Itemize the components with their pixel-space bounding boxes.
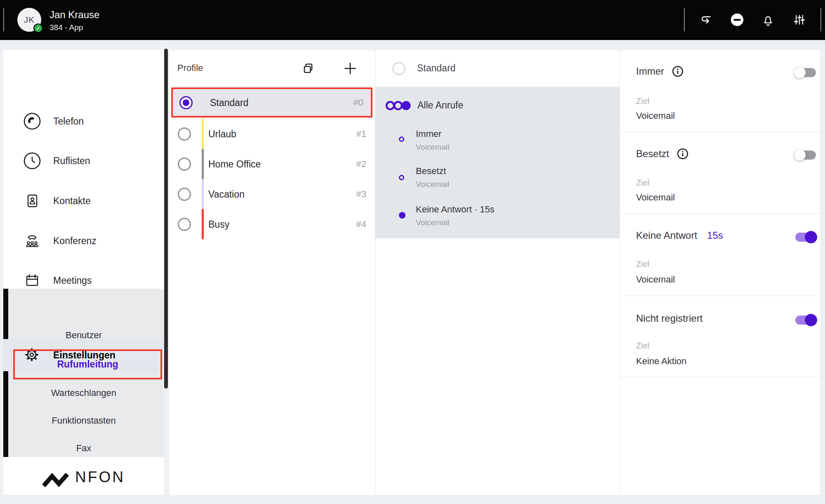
profile-detail-panel: Standard Alle Anrufe Immer Voicemail Bes…	[375, 50, 620, 495]
rule-section-immer: Immer Ziel Voicemail	[620, 50, 820, 132]
user-extension: 384 - App	[50, 23, 83, 32]
sidebar-item-label: Telefon	[53, 116, 84, 127]
profile-radio[interactable]	[178, 158, 191, 171]
toggle-thumb	[805, 231, 817, 243]
profile-number: #4	[356, 219, 366, 230]
rule-bullet	[399, 175, 404, 180]
sidebar-subitem-label: Rufumleitung	[57, 359, 118, 370]
notifications-bell-icon[interactable]	[759, 11, 777, 29]
timeout-link[interactable]: 15s	[707, 230, 723, 241]
rule-section-nicht-registriert: Nicht registriert Ziel Keine Aktion	[620, 296, 820, 377]
rule-section-title: Keine Antwort	[636, 230, 697, 241]
rule-section-header: Keine Antwort 15s	[636, 230, 723, 241]
add-profile-button[interactable]	[342, 61, 358, 76]
sidebar-item-label: Konferenz	[53, 236, 97, 247]
info-icon[interactable]	[676, 148, 689, 160]
rule-toggle[interactable]	[794, 231, 817, 243]
rule-toggle[interactable]	[794, 66, 817, 79]
nfon-logo-text: NFON	[75, 469, 125, 486]
sidebar: Telefon Ruflisten Kontakte	[3, 50, 164, 495]
rule-toggle[interactable]	[794, 149, 817, 161]
target-value: Voicemail	[636, 111, 675, 121]
detail-profile-radio[interactable]	[392, 62, 405, 75]
nfon-logo-mark	[42, 468, 69, 487]
rule-target: Voicemail	[416, 143, 449, 152]
rule-section-besetzt: Besetzt Ziel Voicemail	[620, 132, 820, 214]
toggle-thumb	[805, 314, 817, 326]
profile-radio[interactable]	[179, 96, 193, 109]
profile-radio[interactable]	[178, 127, 191, 141]
profile-row-urlaub[interactable]: Urlaub #1	[171, 119, 374, 149]
profile-name: Home Office	[208, 158, 261, 170]
profile-row-vacation[interactable]: Vacation #3	[171, 179, 374, 209]
target-label: Ziel	[636, 259, 649, 269]
user-name: Jan Krause	[50, 9, 99, 21]
sidebar-scrollbar[interactable]	[164, 49, 168, 389]
all-calls-icon	[385, 100, 414, 111]
target-label: Ziel	[636, 178, 649, 188]
rule-section-title: Nicht registriert	[636, 313, 702, 324]
sidebar-item-ruflisten[interactable]: Ruflisten	[3, 148, 164, 174]
sidebar-item-telefon[interactable]: Telefon	[3, 108, 164, 134]
profile-number: #0	[354, 97, 363, 108]
profile-number: #2	[356, 159, 366, 170]
calendar-icon	[23, 271, 41, 290]
active-section-bar	[3, 289, 8, 457]
nfon-logo: NFON	[3, 463, 164, 492]
sidebar-subitem-rufumleitung[interactable]: Rufumleitung	[13, 349, 162, 379]
profiles-panel: Profile Standard #0 Urlaub #1	[169, 50, 375, 495]
avatar-initials: JK	[24, 15, 35, 25]
rule-section-title: Immer	[636, 66, 664, 77]
sidebar-subitem-fax[interactable]: Fax	[3, 439, 164, 457]
rule-title: Immer	[416, 129, 441, 139]
rule-toggle[interactable]	[794, 314, 817, 326]
profile-row-home-office[interactable]: Home Office #2	[171, 149, 374, 179]
sidebar-subitem-label: Benutzer	[66, 330, 102, 341]
info-icon[interactable]	[672, 65, 684, 78]
conference-icon	[23, 232, 41, 250]
audio-settings-icon[interactable]	[790, 11, 808, 29]
sidebar-subitem-warteschlangen[interactable]: Warteschlangen	[3, 384, 164, 402]
sidebar-subitem-benutzer[interactable]: Benutzer	[3, 326, 164, 344]
rule-section-header: Nicht registriert	[636, 313, 702, 324]
sidebar-subitem-label: Warteschlangen	[51, 388, 116, 398]
target-label: Ziel	[636, 97, 649, 106]
profile-name: Standard	[210, 97, 248, 108]
profile-color-bar	[202, 209, 204, 239]
rule-section-keine-antwort: Keine Antwort 15s Ziel Voicemail	[620, 214, 820, 296]
call-history-icon	[23, 152, 41, 170]
profile-row-standard[interactable]: Standard #0	[171, 87, 372, 118]
target-label: Ziel	[636, 341, 649, 351]
toggle-thumb	[794, 67, 806, 78]
sidebar-subitem-label: Funktionstasten	[52, 415, 116, 426]
duplicate-profile-button[interactable]	[301, 61, 315, 75]
do-not-disturb-icon[interactable]	[728, 11, 746, 29]
sidebar-item-label: Meetings	[53, 275, 92, 286]
call-forward-icon[interactable]	[697, 11, 715, 29]
profile-radio[interactable]	[178, 218, 191, 231]
topbar-divider	[820, 8, 821, 31]
profile-number: #1	[356, 129, 366, 139]
profile-name: Urlaub	[208, 128, 236, 139]
rule-target: Voicemail	[416, 180, 449, 189]
topbar-divider	[684, 8, 685, 31]
profile-radio[interactable]	[178, 188, 191, 201]
sidebar-item-kontakte[interactable]: Kontakte	[3, 188, 164, 214]
profile-color-bar	[202, 119, 204, 149]
profile-color-bar	[202, 149, 204, 179]
profile-name: Vacation	[208, 188, 245, 200]
sidebar-item-konferenz[interactable]: Konferenz	[3, 228, 164, 254]
profile-color-bar	[202, 179, 204, 209]
topbar-divider	[3, 8, 4, 31]
profiles-title: Profile	[177, 63, 203, 73]
rule-title: Keine Antwort · 15s	[416, 204, 495, 215]
app-window: JK ✓ Jan Krause 384 - App	[0, 0, 825, 504]
rule-bullet	[399, 137, 404, 142]
target-value: Voicemail	[636, 192, 675, 203]
rule-target: Voicemail	[416, 218, 449, 227]
toggle-thumb	[794, 149, 806, 161]
sidebar-subitem-funktionstasten[interactable]: Funktionstasten	[3, 412, 164, 430]
rule-section-header: Besetzt	[636, 148, 689, 160]
profile-row-busy[interactable]: Busy #4	[171, 209, 374, 239]
target-value: Voicemail	[636, 274, 675, 285]
